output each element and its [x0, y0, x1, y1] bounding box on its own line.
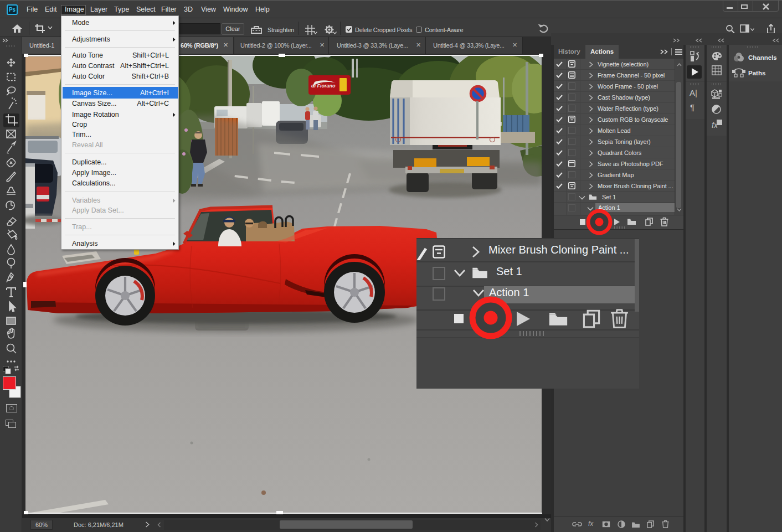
- svg-text:di Fiorano: di Fiorano: [311, 83, 336, 89]
- svg-text:fx: fx: [712, 121, 718, 130]
